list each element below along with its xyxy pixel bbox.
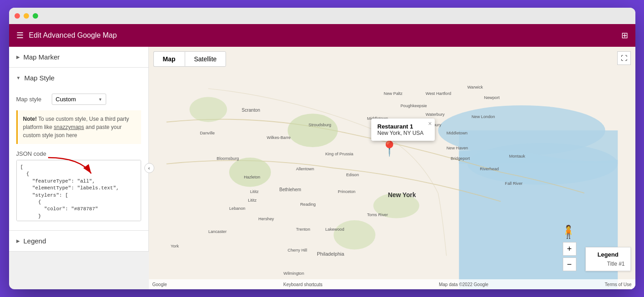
- svg-text:Cherry Hill: Cherry Hill: [287, 248, 307, 252]
- svg-text:Lititz: Lititz: [248, 198, 256, 203]
- svg-text:New Haven: New Haven: [446, 146, 468, 150]
- sidebar-wrapper: ▶ Map Marker ▼ Map Style: [9, 47, 149, 289]
- json-code-label: JSON code: [16, 150, 141, 157]
- svg-text:Wilmington: Wilmington: [283, 271, 304, 276]
- fullscreen-button[interactable]: ⛶: [617, 51, 631, 65]
- popup-close-button[interactable]: ×: [428, 120, 432, 127]
- map-footer: Google Keyboard shortcuts Map data ©2022…: [149, 279, 635, 289]
- pegman-icon[interactable]: 🧍: [560, 224, 576, 239]
- svg-text:Bethlehem: Bethlehem: [279, 187, 301, 192]
- svg-text:Bridgeport: Bridgeport: [450, 156, 470, 161]
- svg-text:Philadelphia: Philadelphia: [317, 251, 344, 257]
- legend-chevron: ▶: [16, 238, 20, 243]
- svg-text:Toms River: Toms River: [367, 213, 388, 217]
- svg-text:Newport: Newport: [484, 95, 500, 100]
- map-area: Map Satellite ⛶: [149, 47, 635, 289]
- legend-item-1: Title #1: [591, 261, 625, 267]
- svg-text:Stroudsburg: Stroudsburg: [308, 123, 331, 127]
- svg-text:Wilkes-Barre: Wilkes-Barre: [266, 135, 290, 140]
- tab-satellite[interactable]: Satellite: [185, 51, 226, 67]
- map-marker[interactable]: 📍: [380, 140, 398, 157]
- map-marker-chevron: ▶: [16, 54, 20, 59]
- map-marker-section: ▶ Map Marker: [9, 47, 148, 68]
- zoom-controls: + −: [563, 242, 576, 271]
- svg-text:New Paltz: New Paltz: [383, 91, 403, 96]
- note-prefix: Note!: [23, 116, 37, 122]
- tab-map[interactable]: Map: [153, 51, 185, 67]
- svg-text:West Hartford: West Hartford: [425, 91, 451, 96]
- svg-text:Hazleton: Hazleton: [244, 175, 260, 179]
- map-style-field-label: Map style: [16, 96, 48, 103]
- svg-text:York: York: [171, 244, 179, 248]
- map-marker-header[interactable]: ▶ Map Marker: [9, 47, 148, 67]
- legend-section: ▶ Legend: [9, 231, 148, 252]
- map-style-content: Map style Default Custom Silver Retro Da…: [9, 88, 148, 230]
- svg-point-6: [229, 158, 270, 187]
- titlebar: [9, 8, 635, 24]
- keyboard-shortcuts[interactable]: Keyboard shortcuts: [283, 282, 322, 287]
- map-data-attribution: Map data ©2022 Google: [439, 282, 488, 287]
- map-style-section: ▼ Map Style Map style Default Custom: [9, 68, 148, 231]
- svg-text:Montauk: Montauk: [509, 154, 525, 158]
- popup-subtitle: New York, NY USA: [378, 130, 428, 136]
- sidebar-collapse-button[interactable]: ‹: [144, 163, 154, 173]
- svg-text:Edison: Edison: [346, 173, 359, 177]
- svg-text:Scranton: Scranton: [241, 108, 260, 113]
- svg-text:New London: New London: [471, 114, 495, 119]
- svg-text:Hershey: Hershey: [258, 217, 274, 221]
- style-selector-row: Map style Default Custom Silver Retro Da…: [16, 94, 141, 105]
- legend-title: Legend: [591, 251, 625, 258]
- map-style-select[interactable]: Default Custom Silver Retro Dark Night A…: [52, 94, 106, 105]
- svg-text:King of Prussia: King of Prussia: [325, 152, 354, 156]
- top-bar: ☰ Edit Advanced Google Map ⊞: [9, 24, 635, 47]
- google-logo: Google: [152, 282, 167, 287]
- svg-text:Waterbury: Waterbury: [425, 112, 444, 117]
- svg-point-7: [189, 97, 227, 122]
- svg-text:New York: New York: [388, 191, 416, 198]
- app-body: ☰ Edit Advanced Google Map ⊞ ▶ Map Marke…: [9, 24, 635, 289]
- snazzymaps-link[interactable]: snazzymaps: [54, 124, 84, 130]
- app-window: ☰ Edit Advanced Google Map ⊞ ▶ Map Marke…: [9, 8, 635, 289]
- close-dot[interactable]: [15, 13, 20, 19]
- svg-text:Lancaster: Lancaster: [208, 229, 226, 234]
- svg-text:Riverhead: Riverhead: [480, 167, 499, 171]
- svg-text:Trenton: Trenton: [296, 227, 310, 232]
- svg-text:Danville: Danville: [200, 131, 215, 135]
- zoom-in-button[interactable]: +: [563, 242, 576, 256]
- svg-point-9: [334, 220, 375, 249]
- svg-text:Lititz: Lititz: [250, 189, 258, 194]
- json-code-editor[interactable]: [ { "featureType": "all", "elementType":…: [16, 160, 141, 221]
- map-style-label: Map Style: [24, 74, 54, 82]
- svg-text:Middletown: Middletown: [446, 131, 467, 135]
- map-tab-bar: Map Satellite: [153, 51, 226, 67]
- custom-style-note: Note! To use custom style, Use a third p…: [16, 110, 141, 144]
- map-marker-label: Map Marker: [24, 53, 60, 61]
- sidebar: ▶ Map Marker ▼ Map Style: [9, 47, 149, 252]
- svg-text:Fall River: Fall River: [505, 181, 522, 186]
- maximize-dot[interactable]: [33, 13, 38, 19]
- map-style-chevron: ▼: [16, 75, 21, 80]
- map-canvas[interactable]: Scranton Danville Wilkes-Barre Stroudsbu…: [149, 47, 635, 289]
- svg-text:Bloomsburg: Bloomsburg: [216, 156, 239, 161]
- legend-box: Legend Title #1: [585, 247, 631, 271]
- map-style-header[interactable]: ▼ Map Style: [9, 68, 148, 88]
- style-select-wrapper: Default Custom Silver Retro Dark Night A…: [52, 94, 106, 105]
- map-popup: × Restaurant 1 New York, NY USA: [371, 119, 435, 141]
- legend-header[interactable]: ▶ Legend: [9, 231, 148, 251]
- svg-text:Allentown: Allentown: [296, 167, 314, 171]
- zoom-out-button[interactable]: −: [563, 257, 576, 271]
- svg-text:Princeton: Princeton: [338, 189, 355, 194]
- minimize-dot[interactable]: [24, 13, 29, 19]
- menu-icon[interactable]: ☰: [16, 30, 24, 40]
- json-code-area: [ { "featureType": "all", "elementType":…: [16, 160, 141, 223]
- main-content: ▶ Map Marker ▼ Map Style: [9, 47, 635, 289]
- terms-of-use-link[interactable]: Terms of Use: [605, 282, 632, 287]
- grid-icon[interactable]: ⊞: [621, 30, 628, 40]
- legend-label: Legend: [24, 237, 46, 245]
- popup-title: Restaurant 1: [378, 123, 428, 130]
- svg-text:Warwick: Warwick: [467, 85, 483, 89]
- svg-text:Reading: Reading: [300, 202, 315, 207]
- svg-point-5: [287, 114, 337, 147]
- page-title: Edit Advanced Google Map: [29, 31, 616, 40]
- svg-text:Poughkeepsie: Poughkeepsie: [400, 104, 427, 109]
